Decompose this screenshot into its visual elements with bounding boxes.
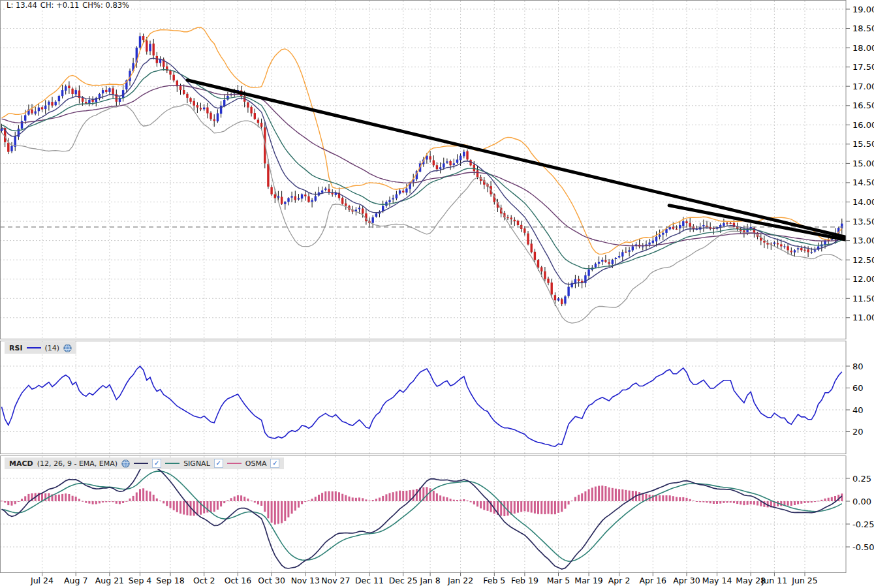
macd-axis-label: 0.00	[852, 497, 871, 506]
price-axis-label: 15.00	[852, 159, 874, 168]
macd-legend: MACD (12, 26, 9 - EMA, EMA) ✓ SIGNAL ✓ O…	[5, 457, 284, 469]
price-axis-label: 19.00	[852, 5, 874, 14]
macd-line-swatch	[134, 463, 148, 464]
date-axis-label: Aug 7	[64, 576, 87, 585]
rsi-params: (14)	[45, 344, 60, 352]
rsi-axis-label: 40	[852, 405, 864, 415]
macd-visible-checkbox[interactable]: ✓	[152, 459, 161, 468]
price-axis-label: 16.00	[852, 120, 874, 130]
price-axis-label: 15.50	[852, 139, 874, 149]
osma-visible-checkbox[interactable]: ✓	[270, 459, 279, 468]
macd-settings-globe-icon[interactable]	[121, 459, 130, 468]
rsi-axis-label: 20	[852, 427, 864, 437]
price-axis-label: 12.00	[852, 274, 874, 284]
rsi-legend: RSI (14)	[5, 342, 76, 354]
date-axis-label: Jan 22	[447, 576, 473, 585]
price-axis-label: 18.50	[852, 23, 874, 33]
date-axis-label: Jun 11	[761, 576, 787, 585]
osma-line-swatch	[227, 463, 242, 464]
macd-axis-label: -0.25	[852, 519, 874, 529]
signal-visible-checkbox[interactable]: ✓	[214, 459, 223, 468]
date-axis-label: Jul 24	[30, 576, 54, 585]
price-axis-label: 11.00	[852, 313, 874, 322]
change-label: CH: +0.11	[40, 1, 79, 10]
rsi-line-swatch	[27, 347, 41, 348]
price-axis-label: 11.50	[852, 294, 874, 303]
rsi-title: RSI	[9, 344, 23, 352]
signal-label: SIGNAL	[183, 459, 210, 468]
macd-params: (12, 26, 9 - EMA, EMA)	[37, 459, 117, 468]
macd-axis-label: -0.50	[852, 542, 874, 552]
date-axis-label: May 14	[702, 576, 732, 585]
date-axis-label: Feb 5	[483, 576, 505, 585]
date-axis-label: Dec 11	[355, 576, 384, 585]
signal-line-swatch	[165, 463, 179, 464]
trading-chart-canvas[interactable]: 19.0018.5018.0017.5017.0016.5016.0015.50…	[0, 0, 874, 588]
date-axis-label: Nov 27	[321, 576, 350, 585]
price-axis-label: 13.00	[852, 236, 874, 245]
last-price-label: L: 13.44	[7, 1, 37, 10]
date-axis-label: Apr 16	[640, 576, 667, 585]
date-axis-label: Mar 5	[547, 576, 570, 585]
date-axis-label: Aug 21	[95, 576, 124, 585]
price-axis-label: 13.50	[852, 217, 874, 226]
date-axis-label: Oct 30	[258, 576, 285, 585]
price-axis-label: 12.50	[852, 255, 874, 265]
price-axis-label: 18.00	[852, 43, 874, 53]
date-axis-label: Jun 25	[791, 576, 817, 585]
price-axis-label: 16.50	[852, 101, 874, 110]
date-axis-label: Mar 19	[574, 576, 603, 585]
rsi-axis-label: 80	[852, 362, 864, 371]
date-axis-label: Apr 2	[608, 576, 631, 585]
date-axis-label: Oct 2	[193, 576, 215, 585]
chart-window: 19.0018.5018.0017.5017.0016.5016.0015.50…	[0, 0, 874, 588]
date-axis-label: Nov 13	[291, 576, 320, 585]
price-axis-label: 17.00	[852, 82, 874, 91]
price-axis-label: 14.00	[852, 197, 874, 207]
macd-title: MACD	[9, 459, 33, 468]
change-percent-label: CH%: 0.83%	[82, 1, 129, 10]
date-axis-label: Apr 30	[673, 576, 700, 585]
macd-axis-label: 0.25	[852, 474, 871, 484]
price-axis-label: 17.50	[852, 62, 874, 72]
date-axis-label: Feb 19	[511, 576, 538, 585]
rsi-axis-label: 60	[852, 383, 864, 393]
rsi-settings-globe-icon[interactable]	[63, 344, 72, 352]
date-axis-label: Jan 8	[419, 576, 440, 585]
date-axis-label: Oct 16	[225, 576, 252, 585]
date-axis-label: Sep 4	[129, 576, 152, 585]
quote-label: L: 13.44 CH: +0.11 CH%: 0.83%	[5, 1, 131, 10]
price-axis-label: 14.50	[852, 178, 874, 187]
date-axis-label: Sep 18	[156, 576, 184, 585]
date-axis-label: Dec 25	[389, 576, 418, 585]
osma-label: OSMA	[245, 459, 267, 468]
